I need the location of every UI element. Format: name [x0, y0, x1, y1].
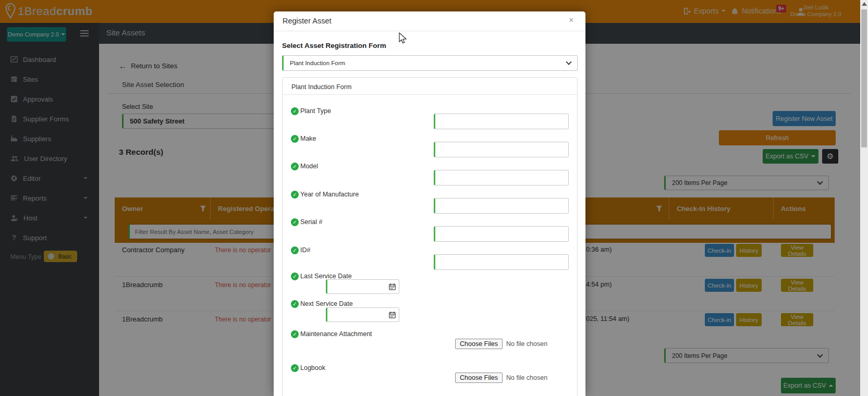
- field-label: Serial #: [300, 218, 322, 226]
- field-label: Logbook: [300, 364, 325, 372]
- plant-type-input[interactable]: [434, 114, 569, 129]
- valid-check-icon: ✓: [291, 246, 299, 254]
- model-input[interactable]: [434, 170, 569, 185]
- valid-check-icon: ✓: [291, 191, 299, 199]
- mouse-cursor: [398, 32, 408, 45]
- field-label: Make: [300, 135, 316, 142]
- valid-check-icon: ✓: [291, 273, 299, 280]
- last-service-date-input[interactable]: [326, 279, 399, 294]
- register-asset-modal: Register Asset × Select Asset Registrati…: [274, 11, 585, 396]
- valid-check-icon: ✓: [291, 364, 299, 372]
- registration-form-select[interactable]: Plant Induction Form: [282, 55, 578, 71]
- maintenance-attachment-file-input[interactable]: Choose Files No file chosen: [455, 339, 547, 349]
- field-label: Next Service Date: [300, 300, 353, 307]
- valid-check-icon: ✓: [291, 163, 299, 170]
- year-of-manufacture-input[interactable]: [434, 198, 569, 214]
- calendar-icon[interactable]: [389, 283, 396, 290]
- choose-files-button[interactable]: Choose Files: [455, 373, 503, 383]
- induction-form-panel: Plant Induction Form ✓ Plant Type ✓ Make…: [282, 77, 578, 396]
- logbook-file-input[interactable]: Choose Files No file chosen: [455, 373, 547, 383]
- panel-divider: [283, 94, 577, 95]
- chevron-down-icon: [566, 59, 571, 65]
- field-label: Maintenance Attachment: [300, 330, 372, 338]
- next-service-date-input[interactable]: [326, 307, 399, 322]
- field-label: ID#: [300, 246, 310, 254]
- valid-check-icon: ✓: [291, 135, 299, 143]
- close-icon[interactable]: ×: [569, 16, 573, 25]
- no-file-chosen-text: No file chosen: [506, 374, 547, 381]
- scrollbar-thumb[interactable]: [861, 9, 867, 147]
- modal-title: Register Asset: [283, 17, 332, 25]
- make-input[interactable]: [434, 142, 569, 157]
- panel-title: Plant Induction Form: [291, 83, 351, 91]
- app-window: 1Breadcrumb Exports Notifications 9+ Joe…: [0, 0, 868, 396]
- field-label: Last Service Date: [300, 273, 352, 280]
- no-file-chosen-text: No file chosen: [506, 340, 547, 348]
- valid-check-icon: ✓: [291, 330, 299, 338]
- valid-check-icon: ✓: [291, 218, 299, 226]
- form-select-label: Select Asset Registration Form: [282, 42, 386, 49]
- choose-files-button[interactable]: Choose Files: [455, 339, 503, 349]
- valid-check-icon: ✓: [291, 300, 299, 308]
- calendar-icon[interactable]: [389, 312, 396, 318]
- serial-number-input[interactable]: [434, 226, 569, 242]
- field-label: Plant Type: [300, 107, 331, 115]
- field-label: Year of Manufacture: [300, 191, 359, 198]
- id-number-input[interactable]: [434, 254, 569, 270]
- valid-check-icon: ✓: [291, 107, 299, 115]
- field-label: Model: [300, 163, 318, 170]
- modal-header-divider: [274, 31, 585, 31]
- registration-form-value: Plant Induction Form: [290, 60, 345, 66]
- scrollbar-up-arrow[interactable]: [862, 2, 867, 6]
